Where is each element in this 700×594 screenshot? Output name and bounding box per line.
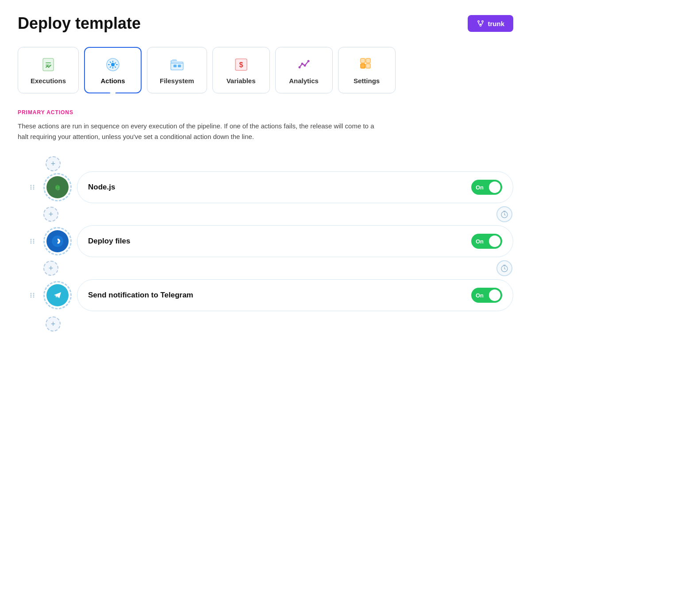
tab-filesystem[interactable]: Filesystem: [147, 47, 207, 93]
toggle-nodejs-slider: On: [471, 180, 502, 195]
executions-icon: [39, 56, 57, 73]
action-row-deploy: Deploy files On: [27, 225, 513, 257]
filesystem-icon: [168, 56, 186, 73]
svg-point-25: [33, 189, 35, 190]
svg-point-40: [31, 295, 32, 296]
add-btn-top-wrap: +: [40, 156, 66, 171]
action-card-nodejs[interactable]: Node.js On: [77, 171, 513, 203]
toggle-telegram-knob: [489, 289, 500, 301]
actions-icon: [104, 56, 122, 73]
page-header: Deploy template trunk: [18, 14, 513, 33]
svg-rect-17: [366, 58, 370, 63]
toggle-telegram-slider: On: [471, 288, 502, 303]
action-name-nodejs: Node.js: [88, 183, 115, 192]
telegram-icon: [46, 284, 69, 306]
svg-point-21: [33, 185, 35, 186]
analytics-icon: [295, 56, 313, 73]
toggle-nodejs[interactable]: On: [471, 180, 502, 195]
action-card-deploy[interactable]: Deploy files On: [77, 225, 513, 257]
add-btn-bottom-wrap: +: [40, 316, 66, 332]
add-action-middle-2-button[interactable]: +: [43, 261, 58, 276]
action-card-telegram[interactable]: Send notification to Telegram On: [77, 279, 513, 311]
svg-point-39: [33, 293, 35, 294]
trunk-button[interactable]: trunk: [468, 15, 514, 32]
tab-analytics[interactable]: Analytics: [275, 47, 333, 93]
toggle-nodejs-label: On: [476, 184, 484, 191]
svg-point-41: [33, 295, 35, 296]
svg-point-42: [31, 297, 32, 298]
pipeline-item-telegram: Send notification to Telegram On: [27, 279, 513, 311]
primary-actions-section: PRIMARY ACTIONS These actions are run in…: [18, 109, 513, 332]
svg-point-31: [31, 241, 32, 242]
add-action-top-button[interactable]: +: [46, 156, 61, 171]
deploy-icon: [46, 230, 69, 252]
svg-point-6: [111, 63, 115, 66]
toggle-telegram-label: On: [476, 292, 484, 299]
timer-icon-2[interactable]: [496, 260, 512, 276]
connector-col-2: +: [31, 257, 71, 279]
svg-point-12: [298, 66, 300, 69]
connector-col-1: +: [31, 203, 71, 225]
between-row-1: +: [27, 203, 513, 225]
tab-executions-label: Executions: [31, 77, 66, 85]
toggle-deploy-label: On: [476, 238, 484, 245]
tab-executions[interactable]: Executions: [18, 47, 79, 93]
svg-point-14: [304, 65, 306, 67]
tab-actions[interactable]: Actions: [84, 47, 142, 93]
svg-point-15: [307, 60, 309, 62]
svg-text:$: $: [239, 61, 243, 69]
svg-point-43: [33, 297, 35, 298]
section-label: PRIMARY ACTIONS: [18, 109, 513, 116]
svg-rect-8: [173, 65, 177, 67]
svg-point-32: [33, 241, 35, 242]
timer-icon-wrap-2: [71, 260, 513, 276]
toggle-nodejs-knob: [489, 181, 500, 193]
drag-handle-deploy[interactable]: [27, 235, 38, 247]
svg-point-22: [31, 187, 32, 188]
svg-point-2: [480, 25, 481, 27]
timer-icon-1[interactable]: [496, 206, 512, 222]
toggle-deploy-slider: On: [471, 234, 502, 249]
nodejs-icon-wrap: ⬡: [43, 173, 72, 201]
toggle-deploy[interactable]: On: [471, 234, 502, 249]
nodejs-icon: ⬡: [46, 176, 69, 198]
toggle-telegram[interactable]: On: [471, 288, 502, 303]
page-title: Deploy template: [18, 14, 141, 33]
telegram-icon-wrap: [43, 281, 72, 309]
tab-actions-label: Actions: [101, 77, 125, 85]
svg-point-13: [301, 63, 303, 65]
tab-settings[interactable]: Settings: [338, 47, 396, 93]
svg-rect-16: [361, 58, 365, 63]
tab-variables[interactable]: $ Variables: [212, 47, 270, 93]
svg-rect-18: [361, 64, 365, 68]
svg-point-38: [31, 293, 32, 294]
svg-point-0: [477, 21, 479, 23]
timer-icon-wrap-1: [71, 206, 513, 222]
between-row-2: +: [27, 257, 513, 279]
trunk-label: trunk: [488, 20, 505, 27]
svg-point-34: [33, 243, 35, 244]
add-action-bottom-button[interactable]: +: [46, 316, 61, 332]
svg-point-33: [31, 243, 32, 244]
tab-analytics-label: Analytics: [289, 77, 319, 85]
tabs-container: Executions Actions Filesystem: [18, 47, 513, 93]
drag-handle-telegram[interactable]: [27, 289, 38, 301]
svg-rect-19: [366, 64, 370, 68]
settings-icon: [358, 56, 376, 73]
svg-point-20: [31, 185, 32, 186]
svg-point-23: [33, 187, 35, 188]
section-description: These actions are run in sequence on eve…: [18, 121, 381, 142]
svg-rect-9: [178, 65, 181, 67]
pipeline-item-nodejs: ⬡ Node.js On: [27, 171, 513, 203]
toggle-deploy-knob: [489, 235, 500, 247]
drag-handle-nodejs[interactable]: [27, 181, 38, 193]
action-name-deploy: Deploy files: [88, 237, 130, 246]
tab-variables-label: Variables: [227, 77, 256, 85]
pipeline: +: [18, 156, 513, 332]
tab-filesystem-label: Filesystem: [160, 77, 194, 85]
action-row-nodejs: ⬡ Node.js On: [27, 171, 513, 203]
svg-point-1: [481, 21, 483, 23]
add-action-middle-1-button[interactable]: +: [43, 207, 58, 222]
svg-point-29: [31, 239, 32, 240]
action-row-telegram: Send notification to Telegram On: [27, 279, 513, 311]
